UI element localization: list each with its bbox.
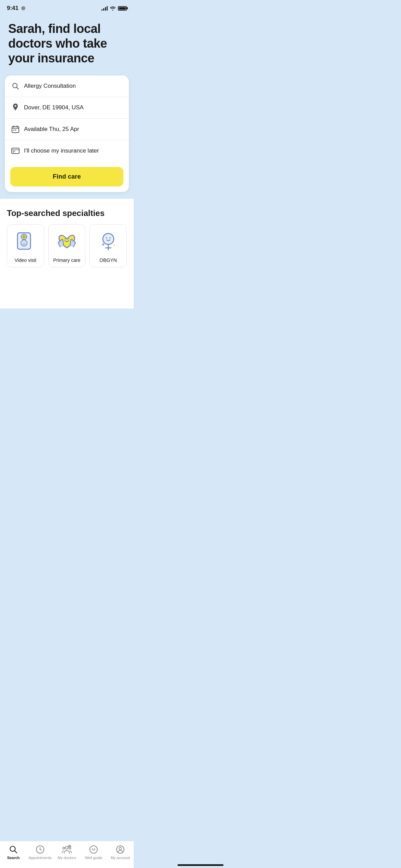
svg-rect-11 xyxy=(13,152,14,153)
svg-rect-8 xyxy=(12,148,19,154)
specialty-field[interactable]: Allergy Consultation xyxy=(5,75,129,97)
svg-rect-6 xyxy=(13,130,14,131)
specialties-section: Top-searched specialties V xyxy=(0,199,134,309)
primary-care-image xyxy=(55,230,79,254)
calendar-icon xyxy=(12,125,19,133)
svg-point-21 xyxy=(103,233,114,244)
search-icon xyxy=(12,82,19,90)
specialties-row: Video visit Primary care xyxy=(7,224,127,267)
find-care-button[interactable]: Find care xyxy=(10,167,123,186)
location-value: Dover, DE 19904, USA xyxy=(24,104,84,111)
specialty-value: Allergy Consultation xyxy=(24,83,76,89)
insurance-card-icon xyxy=(12,147,19,155)
svg-point-17 xyxy=(23,242,23,242)
date-field[interactable]: Available Thu, 25 Apr xyxy=(5,119,129,140)
signal-icon xyxy=(101,6,108,11)
time-display: 9:41 xyxy=(7,5,19,12)
status-bar: 9:41 xyxy=(0,0,134,14)
location-icon xyxy=(12,104,19,111)
specialty-card-video-visit[interactable]: Video visit xyxy=(7,224,44,267)
status-time: 9:41 xyxy=(7,5,25,12)
video-visit-label: Video visit xyxy=(15,257,37,263)
camera-indicator xyxy=(21,6,25,10)
search-card: Allergy Consultation Dover, DE 19904, US… xyxy=(5,75,129,192)
wifi-icon xyxy=(110,6,116,11)
status-icons xyxy=(101,6,127,11)
svg-point-20 xyxy=(68,238,69,239)
hero-section: Sarah, find local doctors who take your … xyxy=(0,14,134,75)
video-visit-image xyxy=(13,230,37,254)
specialty-card-obgyn[interactable]: OBGYN xyxy=(89,224,127,267)
svg-point-16 xyxy=(21,240,27,246)
svg-point-18 xyxy=(25,242,25,242)
specialties-title: Top-searched specialties xyxy=(7,208,127,218)
specialty-card-primary-care[interactable]: Primary care xyxy=(48,224,86,267)
svg-point-19 xyxy=(64,238,65,239)
insurance-field[interactable]: I'll choose my insurance later xyxy=(5,140,129,161)
location-field[interactable]: Dover, DE 19904, USA xyxy=(5,97,129,119)
svg-rect-10 xyxy=(13,151,15,152)
date-value: Available Thu, 25 Apr xyxy=(24,126,79,133)
svg-line-1 xyxy=(17,87,19,89)
svg-point-27 xyxy=(113,244,115,246)
svg-rect-7 xyxy=(15,130,16,131)
obgyn-label: OBGYN xyxy=(99,257,117,263)
insurance-value: I'll choose my insurance later xyxy=(24,147,99,154)
battery-icon xyxy=(118,6,127,11)
hero-title: Sarah, find local doctors who take your … xyxy=(8,21,125,66)
obgyn-image xyxy=(96,230,120,254)
primary-care-label: Primary care xyxy=(53,257,80,263)
